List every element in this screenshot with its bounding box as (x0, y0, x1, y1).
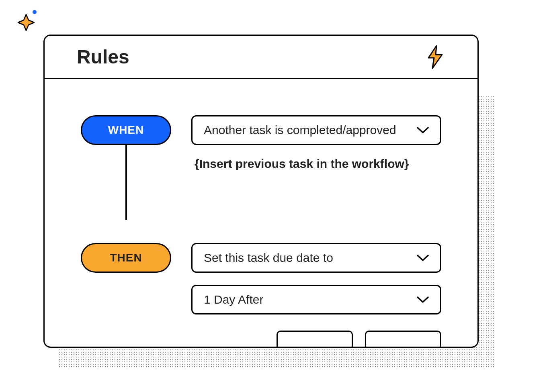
action-button-1[interactable] (277, 331, 353, 348)
then-offset-dropdown[interactable]: 1 Day After (191, 285, 441, 314)
sparkle-icon (16, 9, 40, 33)
panel-header: Rules (45, 36, 477, 79)
when-condition-dropdown[interactable]: Another task is completed/approved (191, 115, 441, 145)
when-pill: WHEN (81, 115, 171, 145)
lightning-icon (425, 45, 445, 69)
chevron-down-icon (417, 254, 429, 261)
when-content: Another task is completed/approved {Inse… (191, 115, 441, 171)
panel-body: WHEN Another task is completed/approved … (45, 79, 477, 347)
when-pill-label: WHEN (108, 124, 144, 137)
rules-panel: Rules WHEN Another task is completed/app… (43, 35, 479, 348)
then-pill-label: THEN (110, 251, 142, 264)
when-row: WHEN Another task is completed/approved … (81, 115, 441, 171)
when-condition-value: Another task is completed/approved (204, 123, 396, 137)
then-row: THEN Set this task due date to 1 Day Aft… (81, 243, 441, 348)
svg-point-0 (33, 10, 37, 14)
then-action-dropdown[interactable]: Set this task due date to (191, 243, 441, 273)
panel-title: Rules (77, 46, 129, 68)
action-button-2[interactable] (365, 331, 441, 348)
then-content: Set this task due date to 1 Day After (191, 243, 441, 348)
then-action-value: Set this task due date to (204, 251, 333, 265)
when-placeholder-text: {Insert previous task in the workflow} (191, 157, 441, 171)
then-offset-value: 1 Day After (204, 293, 263, 306)
chevron-down-icon (417, 127, 429, 134)
then-pill: THEN (81, 243, 171, 273)
button-row (191, 331, 441, 348)
chevron-down-icon (417, 296, 429, 303)
